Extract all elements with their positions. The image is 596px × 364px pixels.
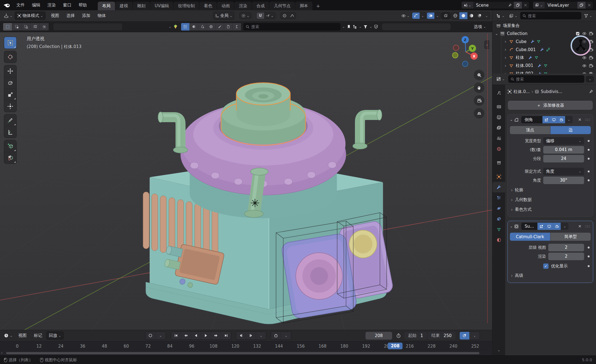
collection-name[interactable]: Collection [506,31,528,36]
scene-new-button[interactable] [514,2,522,9]
machine-model[interactable] [143,83,394,324]
proportional-toggle[interactable] [281,12,288,19]
outliner-display-mode-button[interactable]: ⌄ [507,12,519,19]
shield-check-icon[interactable] [374,24,378,29]
scene-browse-button[interactable]: ⌄ [462,2,473,9]
jump-to-start-button[interactable] [171,332,181,340]
props-tab-particles[interactable] [492,192,505,203]
hide-eye-toggle[interactable] [582,71,587,74]
viewlayer-browse-button[interactable]: ⌄ [533,2,545,9]
shading-rendered-button[interactable] [475,12,484,19]
bevel-panel-header[interactable]: ⌄ 倒角 ⌄ ✕ [508,114,593,125]
breadcrumb-object[interactable]: 柱体.0... [514,89,530,94]
filter-world-button[interactable] [207,23,216,31]
jump-to-end-button[interactable] [221,332,231,340]
viewport-menu-1[interactable]: 选择 [63,12,78,20]
expand-icon[interactable]: › [504,71,507,74]
workspace-tab[interactable]: UV编辑 [150,2,174,10]
remove-modifier-button[interactable]: ✕ [578,117,582,122]
timeline-menu-1[interactable]: 标记 [30,332,46,340]
field-dropdown[interactable]: 角度⌄ [543,168,584,175]
scene-name[interactable]: Scene [473,2,506,9]
falloff-button[interactable] [288,12,296,19]
gizmo-axis-x-neg[interactable] [453,45,459,51]
asset-gem-icon[interactable] [173,24,178,29]
drag-handle-icon[interactable]: ∷∷ [585,118,590,122]
subpanel-header[interactable]: ›轮廓 [508,185,593,195]
tool-scale[interactable] [4,89,16,100]
3d-viewport[interactable]: 用户透视 (208) Collection | 柱体.013 [0,32,492,330]
viewport-menu-3[interactable]: 物体 [94,12,109,20]
auto-keying-toggle[interactable] [146,332,156,340]
tool-rotate[interactable] [4,77,16,89]
outliner-search-input[interactable] [528,14,579,18]
viewlayer-delete-button[interactable]: ✕ [585,2,593,9]
loop-toggle[interactable] [271,332,281,340]
pin-icon[interactable] [589,89,593,94]
gizmo-axis-z[interactable]: Z [462,36,469,43]
ortho-grid-button[interactable] [474,108,484,119]
pan-hand-button[interactable] [474,82,484,93]
add-workspace-button[interactable]: + [313,2,323,10]
tool-cursor[interactable] [4,51,16,63]
expand-icon[interactable]: › [504,47,507,52]
filter-clamp-button[interactable] [233,23,241,31]
props-tab-material[interactable] [492,235,505,245]
play-button[interactable] [201,332,211,340]
viewport-menu-0[interactable]: 视图 [47,12,63,20]
decorate-dot[interactable] [586,247,591,248]
field-slider[interactable]: 2 [548,244,584,251]
snap-toggle[interactable] [257,12,264,19]
expand-icon[interactable]: › [504,55,507,60]
props-tab-constraints[interactable] [492,214,505,224]
tool-add-primitive[interactable] [4,140,16,152]
select-intersect-button[interactable] [40,23,49,31]
workspace-tab[interactable]: 布局 [98,2,115,10]
drag-handle-icon[interactable]: ∷∷ [585,224,590,229]
props-tab-output[interactable] [492,112,505,122]
object-name[interactable]: 柱体.002 [515,71,534,74]
gizmo-axis-x[interactable]: X [470,52,478,60]
props-tab-modifiers[interactable] [492,182,505,192]
outliner-object-row[interactable]: › 柱体.001 [492,62,596,70]
workspace-tab[interactable]: 动画 [217,2,234,10]
catmull-clark-button[interactable]: Catmull-Clark [510,233,550,241]
tool-scissors-cut[interactable] [4,152,16,164]
collapse-icon[interactable]: ⌄ [495,31,499,36]
shading-material-button[interactable] [467,12,475,19]
props-tab-physics[interactable] [492,203,505,214]
play-reverse-button[interactable] [191,332,201,340]
sync-options-button[interactable]: ⌄ [470,332,480,340]
show-gizmo-toggle[interactable] [412,12,420,19]
show-overlays-toggle[interactable] [427,12,434,19]
camera-view-button[interactable] [474,95,484,106]
zoom-button[interactable] [474,70,484,80]
workspace-tab[interactable]: 合成 [252,2,269,10]
outliner-object-row[interactable]: › 柱体.002 [492,70,596,74]
workspace-tab[interactable]: 建模 [115,2,133,10]
field-slider[interactable]: 0.041 m [543,146,584,154]
workspace-tab[interactable]: 雕刻 [133,2,150,10]
transform-orientation[interactable]: 全局 ⌄ [213,12,234,20]
gizmo-options-button[interactable]: ⌄ [420,13,426,19]
expand-icon[interactable]: › [504,63,507,68]
options-dropdown[interactable]: 选项 ⌄ [472,23,488,31]
timeline-ruler[interactable]: 0122436486072849610812013214415616818019… [0,341,492,351]
filter-brush-button[interactable] [216,23,224,31]
bookmark-icon[interactable] [347,24,351,29]
render-display-toggle[interactable] [557,116,565,123]
autokey-options-button[interactable]: ⌄ [156,332,166,340]
affect-edges-button[interactable]: 边 [550,126,591,134]
hide-eye-toggle[interactable] [582,63,587,68]
decorate-dot[interactable] [586,179,591,181]
modifier-extras-dropdown[interactable]: ⌄ [565,116,573,123]
filter-page-button[interactable] [224,23,233,31]
gizmo-axis-y-neg[interactable] [452,52,458,58]
decorate-dot[interactable] [586,265,591,267]
timeline-scrollbar[interactable]: › [0,351,492,355]
remove-modifier-button[interactable]: ✕ [578,224,582,229]
overlays-options-button[interactable]: ⌄ [434,13,440,19]
add-modifier-button[interactable]: ＋ 添加修改器 [508,101,593,110]
navigation-gizmo[interactable]: Z Y X [448,34,485,72]
properties-search-input[interactable] [516,77,582,81]
